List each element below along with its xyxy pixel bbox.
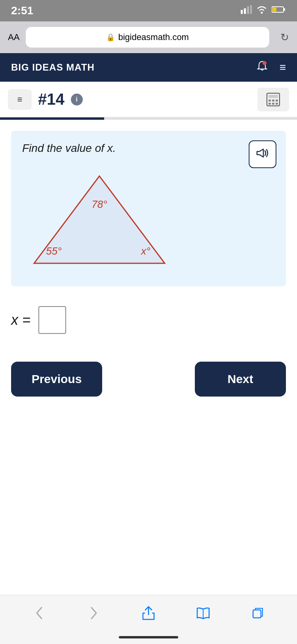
battery-icon [272,6,286,16]
svg-text:55°: 55° [46,245,61,257]
nav-icons: ≡ [256,60,286,75]
svg-rect-11 [268,100,271,102]
question-area: Find the value of x. 78° 55° x° [11,131,286,286]
svg-rect-0 [241,10,243,14]
back-button[interactable] [27,601,51,625]
calculator-button[interactable] [257,88,289,111]
svg-rect-2 [247,6,249,14]
svg-rect-6 [284,8,285,11]
lock-icon: 🔒 [106,33,115,42]
nav-buttons: Previous Next [11,362,286,397]
reload-icon[interactable]: ↻ [280,31,289,44]
svg-rect-16 [276,103,278,105]
answer-label: x = [11,312,30,328]
status-time: 2:51 [11,4,33,17]
status-bar: 2:51 [0,0,297,21]
answer-input[interactable] [38,306,66,334]
calculator-icon [266,92,280,107]
bell-icon[interactable] [256,60,268,75]
forward-button[interactable] [82,601,106,625]
url-text: bigideasmath.com [118,32,189,42]
book-button[interactable] [191,601,215,625]
tabs-button[interactable] [246,601,270,625]
svg-rect-14 [268,103,271,105]
answer-area: x = [11,302,286,338]
svg-rect-24 [253,610,261,618]
home-indicator [0,631,297,644]
signal-icon [241,5,252,16]
url-bar[interactable]: 🔒 bigideasmath.com [26,27,269,48]
wifi-icon [256,5,268,16]
bottom-browser-bar [0,595,297,631]
browser-bar: AA 🔒 bigideasmath.com ↻ [0,21,297,53]
status-icons [241,5,286,16]
question-text: Find the value of x. [22,142,275,155]
menu-icon[interactable]: ≡ [280,61,286,74]
svg-marker-22 [257,149,263,157]
toolbar: ≡ #14 i [0,82,297,117]
svg-rect-12 [272,100,274,102]
share-button[interactable] [137,601,160,625]
site-title: BIG IDEAS MATH [11,62,95,73]
hamburger-button[interactable]: ≡ [8,89,32,110]
svg-text:x°: x° [140,245,150,257]
svg-text:78°: 78° [91,198,107,210]
triangle-container: 78° 55° x° [22,164,275,275]
audio-button[interactable] [249,140,276,168]
svg-rect-13 [276,100,278,102]
toolbar-left: ≡ #14 i [8,89,83,110]
svg-rect-10 [268,95,278,98]
spacer [0,509,297,595]
problem-number: #14 [38,90,65,108]
svg-rect-15 [272,103,274,105]
main-content: Find the value of x. 78° 55° x° [0,120,297,509]
svg-point-8 [263,61,267,65]
aa-button[interactable]: AA [8,32,19,42]
home-bar [119,636,178,638]
svg-rect-1 [244,8,246,14]
triangle-diagram: 78° 55° x° [22,164,177,275]
previous-button[interactable]: Previous [11,362,102,397]
nav-bar: BIG IDEAS MATH ≡ [0,53,297,82]
svg-point-4 [261,12,263,14]
svg-rect-7 [272,8,276,12]
info-badge[interactable]: i [71,94,83,105]
variable-x: x [107,142,113,154]
svg-rect-3 [250,5,252,14]
hamburger-icon: ≡ [17,94,23,105]
next-button[interactable]: Next [195,362,286,397]
audio-icon [255,148,270,161]
